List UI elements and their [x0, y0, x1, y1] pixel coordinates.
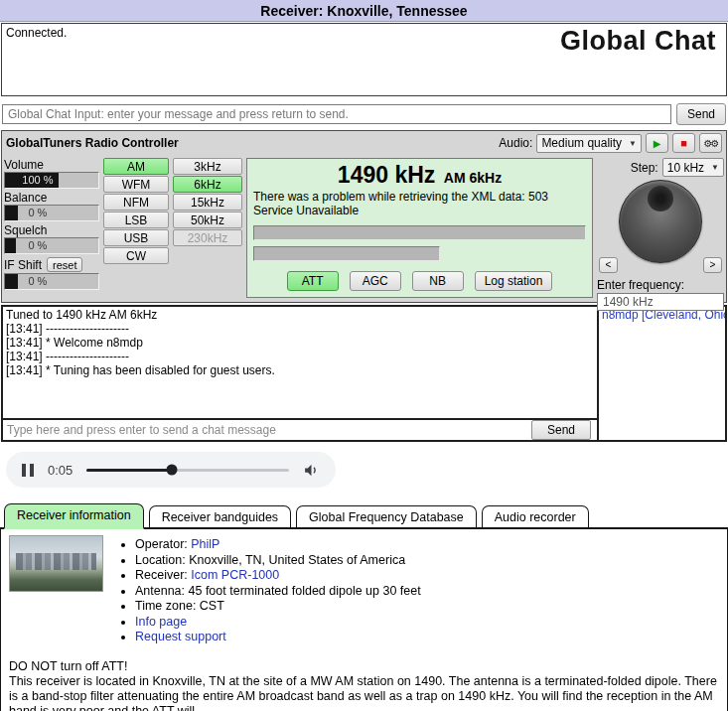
bandwidth-button-6khz[interactable]: 6kHz [173, 176, 242, 193]
tuning-knob[interactable] [619, 180, 702, 263]
chat-line: [13:41] * Tuning has been disabled for g… [6, 363, 594, 377]
gear-icon: ⚙⚙ [704, 138, 718, 149]
global-chat-heading: Global Chat [560, 26, 716, 57]
bandwidth-button-3khz[interactable]: 3kHz [173, 158, 242, 175]
tune-down-button[interactable]: < [599, 257, 618, 273]
att-toggle-button[interactable]: ATT [287, 271, 339, 291]
receiver-information-panel: Operator: PhilP Location: Knoxville, TN,… [0, 529, 728, 711]
mode-button-am[interactable]: AM [103, 158, 169, 175]
chat-line: [13:41] * Welcome n8mdp [6, 336, 594, 350]
ifshift-reset-button[interactable]: reset [47, 257, 82, 272]
receiver-label: Receiver: [135, 568, 191, 582]
audio-progress-slider[interactable] [86, 469, 289, 472]
audio-quality-value: Medium quality [541, 136, 622, 150]
mode-button-cw[interactable]: CW [103, 247, 169, 264]
chat-line: [13:41] --------------------- [6, 350, 594, 363]
receiver-chat-left: Tuned to 1490 kHz AM 6kHz [13:41] ------… [3, 307, 597, 440]
chat-input[interactable] [3, 420, 531, 440]
operator-label: Operator: [135, 537, 191, 551]
squelch-slider[interactable]: 0 % [4, 237, 99, 254]
tab-receiver-information[interactable]: Receiver information [4, 503, 144, 529]
knob-area: < > [597, 180, 724, 275]
receiver-chat: Tuned to 1490 kHz AM 6kHz [13:41] ------… [1, 305, 727, 442]
global-chat-input[interactable] [2, 104, 671, 124]
squelch-label: Squelch [4, 223, 99, 237]
audio-progress-handle[interactable] [166, 465, 177, 476]
page: Receiver: Knoxville, Tennessee Connected… [0, 0, 728, 711]
controller-body: Volume 100 % Balance 0 % Squelch 0 % IF … [2, 155, 726, 302]
step-label: Step: [631, 161, 658, 175]
balance-label: Balance [4, 191, 99, 205]
tab-receiver-bandguides[interactable]: Receiver bandguides [149, 505, 291, 527]
balance-value: 0 % [5, 206, 71, 220]
frequency-value-display: 1490 kHz [338, 162, 435, 188]
bandwidth-button-230khz: 230kHz [173, 229, 242, 246]
frequency-mode-display: AM 6kHz [444, 170, 502, 186]
audio-controls: Audio: Medium quality ▼ ▶ ■ ⚙⚙ [499, 133, 722, 153]
info-row: Operator: PhilP Location: Knoxville, TN,… [9, 535, 719, 645]
tune-up-button[interactable]: > [703, 257, 722, 273]
agc-toggle-button[interactable]: AGC [350, 271, 401, 291]
play-icon: ▶ [654, 138, 661, 149]
log-station-button[interactable]: Log station [475, 271, 553, 291]
location-item: Location: Knoxville, TN, United States o… [135, 553, 421, 569]
chat-input-row: Send [3, 418, 597, 440]
timezone-item: Time zone: CST [135, 599, 421, 615]
chevron-down-icon: ▼ [629, 139, 637, 148]
request-support-link[interactable]: Request support [135, 630, 226, 643]
mode-button-nfm[interactable]: NFM [103, 194, 169, 211]
toggle-row: ATT AGC NB Log station [247, 271, 592, 291]
audio-player: 0:05 [6, 452, 336, 488]
sliders-column: Volume 100 % Balance 0 % Squelch 0 % IF … [4, 158, 99, 298]
receiver-item: Receiver: Icom PCR-1000 [135, 568, 421, 584]
signal-meter [253, 225, 586, 240]
mode-button-lsb[interactable]: LSB [103, 212, 169, 228]
bandwidth-button-15khz[interactable]: 15kHz [173, 194, 242, 211]
bandwidth-buttons: 3kHz 6kHz 15kHz 50kHz 230kHz [173, 158, 242, 298]
tab-audio-recorder[interactable]: Audio recorder [482, 505, 589, 527]
ifshift-label: IF Shift [4, 258, 42, 272]
enter-frequency-label: Enter frequency: [597, 278, 724, 292]
info-page-item: Info page [135, 615, 421, 631]
frequency-display-panel: 1490 kHz AM 6kHz There was a problem whi… [246, 158, 593, 298]
info-page-link[interactable]: Info page [135, 615, 187, 629]
connection-status: Connected. [6, 26, 67, 40]
frequency-display: 1490 kHz AM 6kHz [253, 162, 586, 189]
page-title: Receiver: Knoxville, Tennessee [260, 3, 467, 19]
balance-slider[interactable]: 0 % [4, 205, 99, 221]
antenna-item: Antenna: 45 foot terminated folded dipol… [135, 584, 421, 600]
frequency-input[interactable] [597, 293, 724, 311]
user-list: n8mdp [Cleveland, Ohio [597, 307, 725, 440]
record-icon: ■ [680, 137, 687, 149]
volume-icon[interactable] [303, 462, 320, 479]
chat-line: [13:41] --------------------- [6, 322, 594, 336]
audio-time: 0:05 [48, 463, 73, 478]
audio-quality-select[interactable]: Medium quality ▼ [536, 134, 642, 153]
volume-slider[interactable]: 100 % [4, 172, 99, 189]
global-chat-send-button[interactable]: Send [676, 103, 726, 125]
xml-error-message: There was a problem while retrieving the… [253, 190, 581, 217]
step-select[interactable]: 10 kHz ▼ [662, 158, 724, 177]
tab-global-frequency-database[interactable]: Global Frequency Database [296, 505, 477, 527]
receiver-model-link[interactable]: Icom PCR-1000 [191, 568, 279, 582]
volume-label: Volume [4, 158, 99, 172]
controller-title: GlobalTuners Radio Controller [6, 136, 179, 150]
bandwidth-button-50khz[interactable]: 50kHz [173, 212, 242, 228]
controller-header: GlobalTuners Radio Controller Audio: Med… [2, 131, 726, 155]
record-audio-button[interactable]: ■ [672, 133, 695, 153]
step-row: Step: 10 kHz ▼ [597, 158, 724, 177]
audio-settings-button[interactable]: ⚙⚙ [699, 133, 722, 153]
mode-button-usb[interactable]: USB [103, 229, 169, 246]
audio-progress-fill [86, 469, 172, 472]
squelch-value: 0 % [5, 238, 71, 253]
operator-link[interactable]: PhilP [191, 537, 219, 551]
play-audio-button[interactable]: ▶ [646, 133, 668, 153]
volume-value: 100 % [5, 173, 71, 188]
pause-icon[interactable] [22, 464, 34, 477]
request-support-item: Request support [135, 630, 421, 645]
mode-button-wfm[interactable]: WFM [103, 176, 169, 193]
receiver-details-list: Operator: PhilP Location: Knoxville, TN,… [117, 537, 421, 645]
chat-send-button[interactable]: Send [531, 420, 591, 440]
ifshift-slider[interactable]: 0 % [4, 273, 99, 290]
nb-toggle-button[interactable]: NB [412, 271, 464, 291]
